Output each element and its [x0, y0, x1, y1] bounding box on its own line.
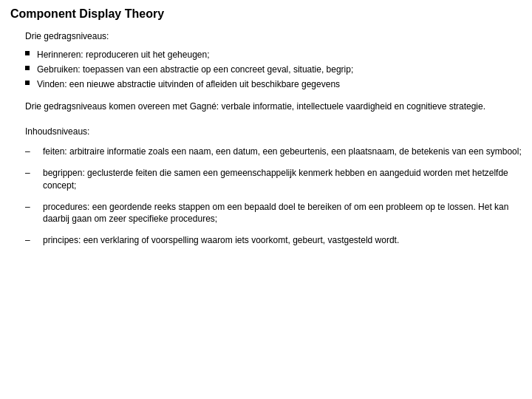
page-title: Component Display Theory: [10, 7, 522, 21]
list-item: – principes: een verklaring of voorspell…: [25, 234, 522, 247]
list-item: – procedures: een geordende reeks stappe…: [25, 201, 522, 226]
list-item: – begrippen: geclusterde feiten die same…: [25, 167, 522, 192]
list-item: Vinden: een nieuwe abstractie uitvinden …: [25, 78, 522, 91]
dash-text: feiten: arbitraire informatie zoals een …: [43, 146, 522, 158]
dash-icon: –: [25, 146, 37, 158]
list-item: – feiten: arbitraire informatie zoals ee…: [25, 146, 522, 158]
bullet-text: Vinden: een nieuwe abstractie uitvinden …: [37, 78, 340, 91]
dash-text: begrippen: geclusterde feiten die samen …: [43, 167, 522, 192]
gedrag-label: Drie gedragsniveaus:: [25, 31, 522, 41]
bullet-list: Herinneren: reproduceren uit het geheuge…: [25, 49, 522, 90]
dash-text: principes: een verklaring of voorspellin…: [43, 234, 522, 247]
bullet-icon: [25, 81, 30, 85]
dash-icon: –: [25, 234, 37, 247]
bullet-text: Herinneren: reproduceren uit het geheuge…: [37, 49, 210, 61]
bullet-text: Gebruiken: toepassen van een abstractie …: [37, 64, 353, 76]
dash-icon: –: [25, 167, 37, 180]
bullet-icon: [25, 51, 30, 55]
bullet-icon: [25, 66, 30, 70]
dash-icon: –: [25, 201, 37, 214]
list-item: Gebruiken: toepassen van een abstractie …: [25, 64, 522, 76]
dash-text: procedures: een geordende reeks stappen …: [43, 201, 522, 226]
list-item: Herinneren: reproduceren uit het geheuge…: [25, 49, 522, 61]
inhoud-label: Inhoudsniveaus:: [25, 126, 522, 137]
dash-list: – feiten: arbitraire informatie zoals ee…: [25, 146, 522, 247]
summary-text: Drie gedragsniveaus komen overeen met Ga…: [25, 100, 522, 113]
